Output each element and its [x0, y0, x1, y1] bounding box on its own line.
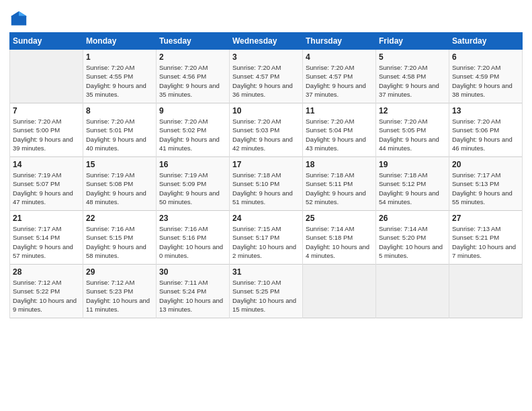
day-number: 7 [13, 106, 80, 116]
calendar-cell: 13Sunrise: 7:20 AMSunset: 5:06 PMDayligh… [449, 103, 523, 157]
day-number: 22 [86, 214, 153, 223]
day-number: 9 [159, 106, 226, 116]
logo [9, 9, 30, 28]
calendar-cell: 17Sunrise: 7:18 AMSunset: 5:10 PMDayligh… [230, 157, 303, 211]
day-number: 10 [232, 106, 300, 116]
day-number: 15 [86, 160, 153, 169]
day-number: 5 [379, 52, 446, 62]
weekday-header: Saturday [449, 33, 523, 50]
calendar-cell: 29Sunrise: 7:12 AMSunset: 5:23 PMDayligh… [83, 265, 157, 318]
calendar-cell [303, 265, 376, 318]
calendar-cell: 18Sunrise: 7:18 AMSunset: 5:11 PMDayligh… [303, 157, 376, 211]
day-info: Sunrise: 7:20 AMSunset: 5:01 PMDaylight:… [86, 117, 153, 152]
calendar-week-row: 1Sunrise: 7:20 AMSunset: 4:55 PMDaylight… [10, 50, 523, 103]
day-info: Sunrise: 7:17 AMSunset: 5:13 PMDaylight:… [452, 171, 519, 206]
svg-rect-2 [11, 16, 26, 17]
calendar-cell: 30Sunrise: 7:11 AMSunset: 5:24 PMDayligh… [157, 265, 230, 318]
day-number: 31 [232, 267, 300, 277]
calendar-cell [449, 265, 523, 318]
weekday-header: Thursday [303, 33, 376, 50]
day-number: 28 [13, 267, 80, 277]
header-row: SundayMondayTuesdayWednesdayThursdayFrid… [10, 33, 523, 50]
calendar-cell: 22Sunrise: 7:16 AMSunset: 5:15 PMDayligh… [83, 211, 157, 265]
calendar-week-row: 7Sunrise: 7:20 AMSunset: 5:00 PMDaylight… [10, 103, 523, 157]
calendar-cell: 15Sunrise: 7:19 AMSunset: 5:08 PMDayligh… [83, 157, 157, 211]
day-number: 16 [159, 160, 226, 169]
day-number: 27 [452, 214, 519, 223]
weekday-header: Wednesday [230, 33, 303, 50]
day-info: Sunrise: 7:20 AMSunset: 5:05 PMDaylight:… [379, 117, 446, 152]
day-number: 8 [86, 106, 153, 116]
day-info: Sunrise: 7:10 AMSunset: 5:25 PMDaylight:… [232, 278, 300, 314]
day-info: Sunrise: 7:12 AMSunset: 5:22 PMDaylight:… [13, 278, 80, 314]
day-info: Sunrise: 7:18 AMSunset: 5:12 PMDaylight:… [379, 171, 446, 206]
day-info: Sunrise: 7:12 AMSunset: 5:23 PMDaylight:… [86, 278, 153, 314]
day-number: 1 [86, 52, 153, 62]
calendar-week-row: 28Sunrise: 7:12 AMSunset: 5:22 PMDayligh… [10, 265, 523, 318]
calendar-cell: 16Sunrise: 7:19 AMSunset: 5:09 PMDayligh… [157, 157, 230, 211]
header [9, 7, 523, 28]
calendar-week-row: 21Sunrise: 7:17 AMSunset: 5:14 PMDayligh… [10, 211, 523, 265]
day-number: 13 [452, 106, 519, 116]
day-info: Sunrise: 7:16 AMSunset: 5:16 PMDaylight:… [159, 224, 226, 260]
day-number: 25 [306, 214, 373, 223]
day-number: 14 [13, 160, 80, 169]
day-info: Sunrise: 7:20 AMSunset: 5:06 PMDaylight:… [452, 117, 519, 152]
calendar-cell: 27Sunrise: 7:13 AMSunset: 5:21 PMDayligh… [449, 211, 523, 265]
calendar-cell: 10Sunrise: 7:20 AMSunset: 5:03 PMDayligh… [230, 103, 303, 157]
day-number: 19 [379, 160, 446, 169]
day-number: 3 [232, 52, 300, 62]
day-info: Sunrise: 7:18 AMSunset: 5:10 PMDaylight:… [232, 171, 300, 206]
day-info: Sunrise: 7:20 AMSunset: 4:57 PMDaylight:… [232, 63, 300, 99]
day-info: Sunrise: 7:19 AMSunset: 5:08 PMDaylight:… [86, 171, 153, 206]
weekday-header: Tuesday [157, 33, 230, 50]
calendar-cell: 3Sunrise: 7:20 AMSunset: 4:57 PMDaylight… [230, 50, 303, 103]
calendar-cell: 7Sunrise: 7:20 AMSunset: 5:00 PMDaylight… [10, 103, 83, 157]
day-info: Sunrise: 7:14 AMSunset: 5:20 PMDaylight:… [379, 224, 446, 260]
calendar-cell: 5Sunrise: 7:20 AMSunset: 4:58 PMDaylight… [376, 50, 449, 103]
day-number: 30 [159, 267, 226, 277]
calendar-cell [376, 265, 449, 318]
day-info: Sunrise: 7:14 AMSunset: 5:18 PMDaylight:… [306, 224, 373, 260]
calendar-cell: 8Sunrise: 7:20 AMSunset: 5:01 PMDaylight… [83, 103, 157, 157]
calendar-cell: 26Sunrise: 7:14 AMSunset: 5:20 PMDayligh… [376, 211, 449, 265]
day-info: Sunrise: 7:20 AMSunset: 5:02 PMDaylight:… [159, 117, 226, 152]
calendar-cell: 25Sunrise: 7:14 AMSunset: 5:18 PMDayligh… [303, 211, 376, 265]
day-info: Sunrise: 7:20 AMSunset: 4:57 PMDaylight:… [306, 63, 373, 99]
day-info: Sunrise: 7:20 AMSunset: 5:03 PMDaylight:… [232, 117, 300, 152]
day-info: Sunrise: 7:13 AMSunset: 5:21 PMDaylight:… [452, 224, 519, 260]
day-info: Sunrise: 7:17 AMSunset: 5:14 PMDaylight:… [13, 224, 80, 260]
main-container: SundayMondayTuesdayWednesdayThursdayFrid… [0, 0, 532, 325]
day-info: Sunrise: 7:16 AMSunset: 5:15 PMDaylight:… [86, 224, 153, 260]
calendar-body: 1Sunrise: 7:20 AMSunset: 4:55 PMDaylight… [10, 50, 523, 318]
day-number: 4 [306, 52, 373, 62]
calendar-cell: 14Sunrise: 7:19 AMSunset: 5:07 PMDayligh… [10, 157, 83, 211]
day-number: 29 [86, 267, 153, 277]
day-info: Sunrise: 7:20 AMSunset: 4:58 PMDaylight:… [379, 63, 446, 99]
calendar-cell: 31Sunrise: 7:10 AMSunset: 5:25 PMDayligh… [230, 265, 303, 318]
day-number: 17 [232, 160, 300, 169]
day-number: 26 [379, 214, 446, 223]
weekday-header: Monday [83, 33, 157, 50]
day-number: 2 [159, 52, 226, 62]
calendar-cell: 11Sunrise: 7:20 AMSunset: 5:04 PMDayligh… [303, 103, 376, 157]
weekday-header: Sunday [10, 33, 83, 50]
day-info: Sunrise: 7:20 AMSunset: 4:59 PMDaylight:… [452, 63, 519, 99]
calendar-table: SundayMondayTuesdayWednesdayThursdayFrid… [9, 32, 523, 318]
day-info: Sunrise: 7:20 AMSunset: 5:00 PMDaylight:… [13, 117, 80, 152]
calendar-cell: 21Sunrise: 7:17 AMSunset: 5:14 PMDayligh… [10, 211, 83, 265]
day-number: 20 [452, 160, 519, 169]
day-info: Sunrise: 7:20 AMSunset: 5:04 PMDaylight:… [306, 117, 373, 152]
weekday-header: Friday [376, 33, 449, 50]
calendar-cell: 23Sunrise: 7:16 AMSunset: 5:16 PMDayligh… [157, 211, 230, 265]
day-info: Sunrise: 7:20 AMSunset: 4:56 PMDaylight:… [159, 63, 226, 99]
calendar-cell: 4Sunrise: 7:20 AMSunset: 4:57 PMDaylight… [303, 50, 376, 103]
calendar-cell: 28Sunrise: 7:12 AMSunset: 5:22 PMDayligh… [10, 265, 83, 318]
svg-marker-1 [19, 11, 26, 16]
day-info: Sunrise: 7:18 AMSunset: 5:11 PMDaylight:… [306, 171, 373, 206]
day-number: 12 [379, 106, 446, 116]
calendar-cell: 9Sunrise: 7:20 AMSunset: 5:02 PMDaylight… [157, 103, 230, 157]
day-info: Sunrise: 7:19 AMSunset: 5:07 PMDaylight:… [13, 171, 80, 206]
day-number: 18 [306, 160, 373, 169]
day-number: 23 [159, 214, 226, 223]
